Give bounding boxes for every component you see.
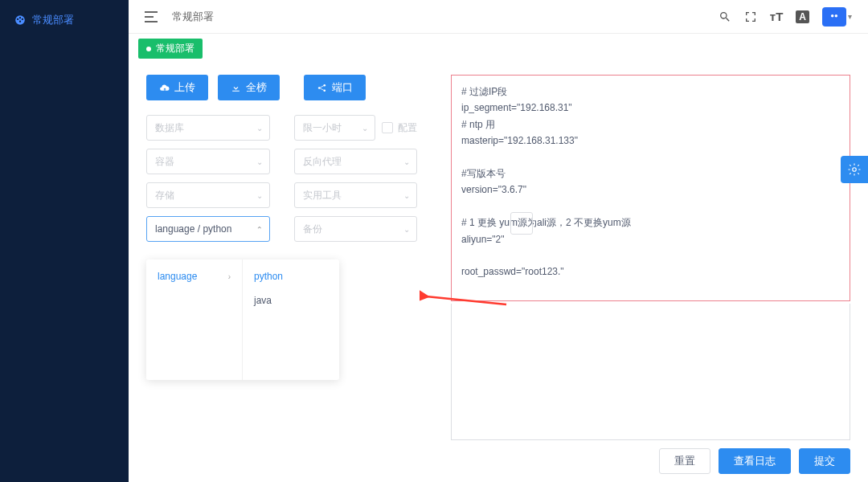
status-dot-icon: [146, 47, 151, 51]
gear-icon: [847, 162, 862, 177]
svg-point-0: [831, 14, 834, 18]
status-tag-label: 常规部署: [156, 42, 194, 55]
sidebar: 常规部署: [0, 0, 129, 482]
share-icon: [317, 83, 327, 93]
submit-button[interactable]: 提交: [799, 448, 850, 474]
footer: 重置 查看日志 提交: [659, 448, 850, 474]
config-checkbox[interactable]: 配置: [382, 121, 417, 135]
float-settings-button[interactable]: [841, 156, 868, 183]
full-list-button[interactable]: 全榜: [218, 75, 280, 100]
config-textarea[interactable]: [451, 75, 850, 301]
chevron-down-icon: ⌄: [362, 124, 368, 133]
hidden-row-select[interactable]: ⌄: [510, 212, 533, 235]
database-select[interactable]: 数据库⌄: [146, 115, 270, 141]
sidebar-item-deploy[interactable]: 常规部署: [0, 0, 129, 40]
time-range-select[interactable]: 限一小时⌄: [294, 115, 376, 141]
status-bar: 常规部署: [129, 34, 868, 63]
cascader-column-2: python java: [243, 259, 339, 380]
chevron-down-icon: ⌄: [403, 191, 410, 200]
search-icon[interactable]: [719, 10, 731, 23]
upload-button[interactable]: 上传: [146, 75, 208, 100]
dashboard-icon: [14, 14, 26, 26]
cascader-column-1: language›: [146, 259, 243, 380]
language-toggle-icon[interactable]: A: [796, 10, 809, 23]
reset-button[interactable]: 重置: [659, 448, 710, 474]
chevron-down-icon[interactable]: ▾: [848, 12, 852, 21]
user-icon: [829, 11, 840, 22]
cloud-upload-icon: [159, 83, 170, 93]
chevron-down-icon: ⌄: [403, 225, 410, 234]
cascader-item-python[interactable]: python: [243, 264, 339, 288]
svg-point-6: [853, 168, 857, 172]
fullscreen-icon[interactable]: [744, 10, 757, 23]
chevron-down-icon: ⌄: [403, 157, 410, 166]
svg-point-4: [323, 89, 326, 92]
right-column: [451, 75, 850, 471]
chevron-down-icon: ⌄: [256, 124, 263, 133]
sidebar-item-label: 常规部署: [32, 13, 74, 27]
config-textarea-lower[interactable]: [451, 304, 850, 440]
checkbox-icon: [382, 122, 393, 133]
svg-point-2: [318, 87, 321, 89]
font-size-icon[interactable]: тT: [770, 10, 784, 22]
cascader-item-java[interactable]: java: [243, 288, 339, 312]
chevron-right-icon: ›: [228, 272, 231, 281]
breadcrumb: 常规部署: [172, 10, 214, 24]
cascader-item-language[interactable]: language›: [146, 264, 242, 288]
chevron-down-icon: ⌄: [256, 157, 263, 166]
left-column: 上传 全榜 端口 数据库⌄ 限一小时⌄ 配置: [146, 75, 417, 471]
svg-point-1: [835, 14, 838, 18]
language-select[interactable]: language / python⌄: [146, 216, 270, 242]
main: 常规部署 тT A ▾ 常规部署: [129, 0, 868, 482]
topbar: 常规部署 тT A ▾: [129, 0, 868, 34]
port-button[interactable]: 端口: [304, 75, 366, 100]
menu-toggle-icon[interactable]: [145, 11, 158, 22]
backup-select[interactable]: 备份⌄: [294, 216, 418, 242]
container-select[interactable]: 容器⌄: [146, 149, 270, 174]
download-icon: [231, 83, 241, 93]
storage-select[interactable]: 存储⌄: [146, 182, 270, 208]
utility-select[interactable]: 实用工具⌄: [294, 182, 418, 208]
view-log-button[interactable]: 查看日志: [719, 448, 791, 474]
chevron-down-icon: ⌄: [256, 191, 263, 200]
reverse-proxy-select[interactable]: 反向代理⌄: [294, 149, 418, 174]
status-tag[interactable]: 常规部署: [138, 39, 203, 59]
svg-point-3: [323, 84, 326, 86]
chevron-up-icon: ⌄: [256, 225, 263, 234]
avatar[interactable]: [822, 7, 846, 27]
cascader-popup: language› python java: [146, 259, 339, 380]
